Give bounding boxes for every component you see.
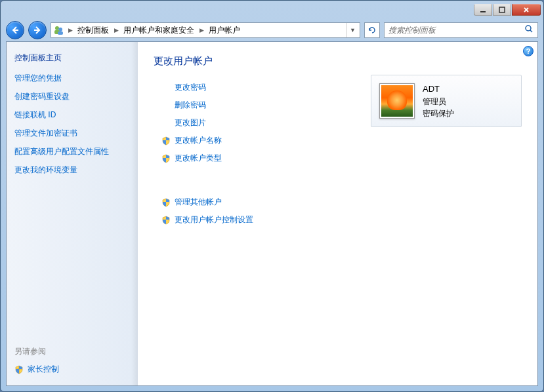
- sidebar-link[interactable]: 管理文件加密证书: [14, 128, 130, 139]
- search-box[interactable]: [384, 22, 538, 38]
- shield-icon: [161, 154, 171, 163]
- forward-button[interactable]: [28, 21, 47, 39]
- sidebar-link[interactable]: 配置高级用户配置文件属性: [14, 146, 130, 157]
- shield-icon: [161, 136, 171, 146]
- shield-icon: [161, 216, 171, 225]
- chevron-right-icon[interactable]: ▶: [66, 27, 75, 33]
- see-also-item: 家长控制: [28, 364, 59, 375]
- account-info: ADT 管理员 密码保护: [423, 83, 454, 119]
- back-button[interactable]: [6, 21, 24, 39]
- change-account-type-link[interactable]: 更改帐户类型: [161, 153, 522, 164]
- maximize-button[interactable]: [493, 4, 511, 16]
- change-uac-settings-link[interactable]: 更改用户帐户控制设置: [161, 214, 522, 225]
- titlebar: [1, 1, 543, 19]
- breadcrumb-item[interactable]: 用户帐户和家庭安全: [121, 23, 197, 37]
- breadcrumb-item[interactable]: 用户帐户: [206, 23, 243, 37]
- avatar-image: [381, 85, 413, 117]
- parental-controls-link[interactable]: 家长控制: [14, 364, 130, 375]
- account-name: ADT: [423, 83, 454, 96]
- change-account-name-link[interactable]: 更改帐户名称: [161, 135, 522, 146]
- search-icon[interactable]: [524, 24, 534, 36]
- address-bar[interactable]: ▶ 控制面板 ▶ 用户帐户和家庭安全 ▶ 用户帐户 ▼: [51, 22, 360, 38]
- sidebar-link[interactable]: 管理您的凭据: [14, 73, 130, 84]
- account-role: 管理员: [423, 96, 454, 108]
- avatar: [379, 83, 415, 119]
- svg-rect-1: [499, 7, 505, 12]
- sidebar-link[interactable]: 更改我的环境变量: [14, 165, 130, 176]
- account-protection: 密码保护: [423, 108, 454, 119]
- refresh-button[interactable]: [364, 22, 380, 38]
- shield-icon: [14, 365, 24, 374]
- minimize-button[interactable]: [474, 4, 492, 16]
- search-input[interactable]: [388, 26, 524, 35]
- chevron-right-icon[interactable]: ▶: [112, 27, 121, 33]
- control-panel-window: ▶ 控制面板 ▶ 用户帐户和家庭安全 ▶ 用户帐户 ▼ ? 控制面板主页 管理您…: [0, 0, 544, 392]
- sidebar-link[interactable]: 创建密码重设盘: [14, 91, 130, 102]
- page-title: 更改用户帐户: [154, 55, 522, 68]
- svg-point-6: [526, 26, 531, 31]
- arrow-left-icon: [10, 26, 20, 35]
- chevron-right-icon[interactable]: ▶: [197, 27, 206, 33]
- manage-other-accounts-link[interactable]: 管理其他帐户: [161, 197, 522, 208]
- nav-toolbar: ▶ 控制面板 ▶ 用户帐户和家庭安全 ▶ 用户帐户 ▼: [1, 19, 543, 41]
- see-also-label: 另请参阅: [14, 346, 130, 357]
- sidebar: 控制面板主页 管理您的凭据 创建密码重设盘 链接联机 ID 管理文件加密证书 配…: [7, 42, 138, 385]
- sidebar-title: 控制面板主页: [14, 52, 130, 64]
- refresh-icon: [367, 26, 377, 35]
- shield-icon: [161, 198, 171, 207]
- svg-rect-0: [480, 11, 486, 12]
- current-account-card: ADT 管理员 密码保护: [371, 75, 522, 127]
- main-content: 更改用户帐户 更改密码 删除密码 更改图片 更改帐户名称 更改帐户类型 管理其他…: [138, 42, 537, 385]
- content-body: ? 控制面板主页 管理您的凭据 创建密码重设盘 链接联机 ID 管理文件加密证书…: [6, 41, 538, 386]
- address-dropdown[interactable]: ▼: [346, 23, 358, 37]
- user-accounts-icon: [52, 24, 64, 36]
- breadcrumb-item[interactable]: 控制面板: [75, 23, 112, 37]
- arrow-right-icon: [33, 26, 42, 35]
- sidebar-link[interactable]: 链接联机 ID: [14, 109, 130, 121]
- svg-rect-5: [58, 31, 63, 35]
- close-button[interactable]: [512, 4, 541, 16]
